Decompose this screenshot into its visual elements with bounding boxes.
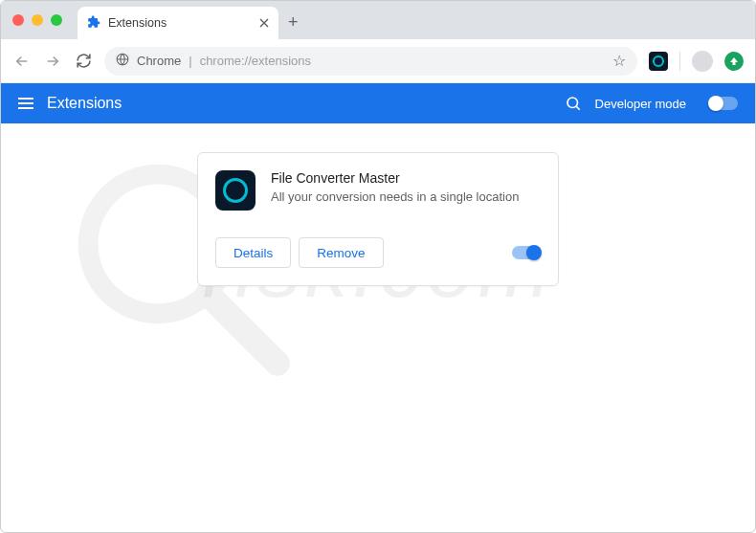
svg-line-9: [576, 106, 579, 109]
window-minimize-button[interactable]: [32, 14, 43, 26]
update-badge-icon[interactable]: [724, 52, 744, 71]
reload-button[interactable]: [74, 52, 93, 71]
omnibox-separator: |: [189, 54, 191, 68]
bookmark-star-icon[interactable]: ☆: [612, 52, 626, 70]
window-controls: [12, 14, 62, 26]
developer-mode-toggle[interactable]: [709, 97, 738, 110]
extension-toolbar-icon[interactable]: [649, 52, 668, 71]
globe-icon: [116, 53, 129, 70]
hamburger-menu-icon[interactable]: [18, 98, 33, 109]
tab-title: Extensions: [108, 16, 252, 30]
omnibox-url: chrome://extensions: [200, 54, 311, 68]
omnibox-context: Chrome: [137, 54, 181, 68]
extension-card: File Converter Master All your conversio…: [197, 152, 559, 286]
address-bar[interactable]: Chrome | chrome://extensions ☆: [104, 47, 637, 76]
browser-tab-bar: Extensions +: [1, 1, 755, 39]
new-tab-button[interactable]: +: [288, 12, 299, 33]
extensions-page-header: Extensions Developer mode: [1, 83, 755, 123]
extensions-content: File Converter Master All your conversio…: [1, 123, 755, 315]
svg-point-8: [567, 98, 578, 108]
forward-button[interactable]: [43, 52, 62, 71]
extension-icon: [215, 170, 256, 211]
window-close-button[interactable]: [12, 14, 24, 26]
puzzle-icon: [87, 15, 100, 32]
extension-name: File Converter Master: [271, 170, 541, 186]
profile-avatar[interactable]: [692, 51, 713, 72]
developer-mode-label: Developer mode: [595, 97, 686, 111]
extension-description: All your conversion needs in a single lo…: [271, 189, 541, 204]
tab-close-icon[interactable]: [259, 15, 269, 31]
browser-tab[interactable]: Extensions: [78, 7, 278, 39]
remove-button[interactable]: Remove: [299, 237, 383, 268]
extension-enable-toggle[interactable]: [512, 246, 541, 259]
page-title: Extensions: [47, 95, 551, 112]
back-button[interactable]: [12, 52, 32, 71]
search-icon[interactable]: [565, 95, 582, 112]
window-maximize-button[interactable]: [51, 14, 62, 26]
details-button[interactable]: Details: [215, 237, 291, 268]
browser-toolbar: Chrome | chrome://extensions ☆: [1, 39, 755, 83]
toolbar-separator: [679, 52, 680, 71]
